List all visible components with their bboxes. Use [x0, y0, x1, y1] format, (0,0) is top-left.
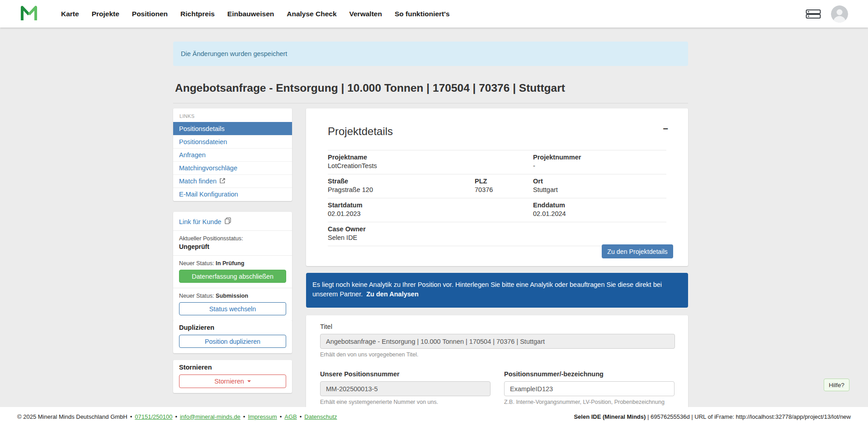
project-row: Case Owner Selen IDE: [328, 222, 666, 246]
sidebar-item-label: Matchingvorschläge: [179, 164, 237, 172]
sidebar-item-label: Positionsdateien: [179, 138, 227, 145]
analytics-info-banner: Es liegt noch keine Analytik zu Ihrer Po…: [306, 273, 688, 308]
server-icon[interactable]: [806, 9, 821, 19]
current-status-value: Ungeprüft: [179, 243, 286, 250]
our-number-column: Unsere Positionsnummer Erhält eine syste…: [320, 370, 491, 405]
footer-session-info: Selen IDE (Mineral Minds) | 69576255536d…: [574, 413, 851, 420]
top-navigation: Karte Projekte Positionen Richtpreis Ein…: [0, 0, 868, 28]
pos-number-help-text: Z.B. Interne-Vorgangsnummer, LV-Position…: [504, 399, 675, 405]
nav-item-so-funktionierts[interactable]: So funktioniert's: [395, 10, 450, 18]
customer-link-row: Link für Kunde: [173, 212, 292, 231]
sidebar-item-label: E-Mail Konfiguration: [179, 191, 238, 198]
our-number-label: Unsere Positionsnummer: [320, 370, 400, 378]
footer-session: | 69576255536d | URL of iFrame: http://l…: [646, 413, 851, 420]
footer-link-agb[interactable]: AGB: [284, 413, 297, 420]
field-value: Pragstraße 120: [328, 186, 475, 193]
sidebar-item-email-konfiguration[interactable]: E-Mail Konfiguration: [173, 187, 292, 201]
pos-number-column: Positionsnummer/-bezeichnung Z.B. Intern…: [504, 370, 675, 405]
pos-number-label: Positionsnummer/-bezeichnung: [504, 370, 604, 378]
collapse-icon[interactable]: −: [663, 124, 668, 134]
footer-link-email[interactable]: info@mineral-minds.de: [180, 413, 241, 420]
sidebar-item-positionsdetails[interactable]: Positionsdetails: [173, 122, 292, 135]
our-number-help-text: Erhält eine systemgenerierte Nummer von …: [320, 399, 491, 405]
field-value: LotCreationTests: [328, 162, 475, 169]
page-title: Angebotsanfrage - Entsorgung | 10.000 To…: [175, 82, 565, 94]
customer-link[interactable]: Link für Kunde: [179, 218, 222, 225]
next-status-2-section: Neuer Status: Submission Status wechseln: [173, 288, 292, 321]
footer-link-impressum[interactable]: Impressum: [248, 413, 277, 420]
sidebar-item-positionsdateien[interactable]: Positionsdateien: [173, 135, 292, 148]
field-label: PLZ: [475, 178, 533, 185]
project-fields: Projektname LotCreationTests Projektnumm…: [328, 150, 666, 246]
sidebar-item-match-finden[interactable]: Match finden: [173, 174, 292, 187]
content-area: Die Änderungen wurden gespeichert Angebo…: [0, 28, 868, 407]
footer-user: Selen IDE (Mineral Minds): [574, 413, 646, 420]
footer-separator: •: [130, 413, 132, 420]
current-status-label: Aktueller Positionsstatus:: [179, 235, 286, 242]
next-status-2-label: Neuer Status: Submission: [179, 293, 286, 299]
go-to-project-details-button[interactable]: Zu den Projektdetails: [602, 244, 673, 258]
field-label: Projektnummer: [533, 154, 666, 161]
duplicate-title: Duplizieren: [179, 324, 286, 331]
footer-separator: •: [280, 413, 282, 420]
nav-item-einbauweisen[interactable]: Einbauweisen: [227, 10, 274, 18]
position-form-card: Titel Erhält den von uns vorgegebenen Ti…: [306, 315, 688, 407]
complete-data-entry-button[interactable]: Datenerfassung abschließen: [179, 270, 286, 283]
footer-link-phone[interactable]: 07151/250100: [135, 413, 172, 420]
next-status-1-label: Neuer Status: In Prüfung: [179, 260, 286, 267]
footer-separator: •: [175, 413, 177, 420]
save-success-alert: Die Änderungen wurden gespeichert: [173, 42, 688, 66]
sidebar-item-label: Positionsdetails: [179, 125, 225, 132]
field-label: Ort: [533, 178, 666, 185]
cancel-dropdown-button[interactable]: Stornieren: [179, 375, 286, 388]
our-number-input: [320, 381, 491, 396]
field-label: Enddatum: [533, 201, 666, 209]
duplicate-position-button[interactable]: Position duplizieren: [179, 335, 286, 348]
project-details-card: Projektdetails − Projektname LotCreation…: [306, 108, 688, 266]
sidebar-links-card: LINKS Positionsdetails Positionsdateien …: [173, 108, 292, 201]
field-label: Startdatum: [328, 201, 475, 209]
nav-item-projekte[interactable]: Projekte: [92, 10, 119, 18]
titel-label: Titel: [320, 323, 332, 330]
footer-separator: •: [243, 413, 245, 420]
field-value: Selen IDE: [328, 234, 475, 241]
field-label: Case Owner: [328, 225, 475, 233]
footer-left: © 2025 Mineral Minds Deutschland GmbH • …: [17, 413, 337, 420]
user-avatar[interactable]: [831, 5, 848, 23]
go-to-analyses-link[interactable]: Zu den Analysen: [366, 290, 418, 298]
field-label: Straße: [328, 178, 475, 185]
nav-item-analyse-check[interactable]: Analyse Check: [287, 10, 336, 18]
next-status-1-section: Neuer Status: In Prüfung Datenerfassung …: [173, 256, 292, 288]
field-value: 02.01.2024: [533, 210, 666, 217]
nav-item-positionen[interactable]: Positionen: [132, 10, 168, 18]
cancel-card: Stornieren Stornieren: [173, 360, 292, 393]
sidebar-item-label: Anfragen: [179, 151, 206, 159]
links-header: LINKS: [173, 108, 292, 122]
nav-right-controls: [806, 0, 848, 28]
project-row: Straße Pragstraße 120 PLZ 70376 Ort Stut…: [328, 174, 666, 198]
sidebar-item-label: Match finden: [179, 178, 217, 185]
copy-icon[interactable]: [225, 217, 231, 226]
field-value: 70376: [475, 186, 533, 193]
status-card: Link für Kunde Aktueller Positionsstatus…: [173, 212, 292, 321]
project-details-title: Projektdetails: [328, 125, 393, 138]
mineral-minds-logo-icon[interactable]: [20, 5, 38, 23]
help-button[interactable]: Hilfe?: [824, 379, 849, 391]
main-menu: Karte Projekte Positionen Richtpreis Ein…: [61, 0, 450, 28]
nav-item-richtpreis[interactable]: Richtpreis: [180, 10, 215, 18]
nav-item-karte[interactable]: Karte: [61, 10, 79, 18]
current-status-section: Aktueller Positionsstatus: Ungeprüft: [173, 231, 292, 256]
titel-input: [320, 334, 675, 349]
sidebar-item-anfragen[interactable]: Anfragen: [173, 148, 292, 161]
pos-number-input[interactable]: [504, 381, 675, 396]
nav-item-verwalten[interactable]: Verwalten: [349, 10, 382, 18]
sidebar-item-matchingvorschlaege[interactable]: Matchingvorschläge: [173, 161, 292, 174]
footer-link-datenschutz[interactable]: Datenschutz: [304, 413, 337, 420]
switch-status-button[interactable]: Status wechseln: [179, 302, 286, 315]
alert-message: Die Änderungen wurden gespeichert: [181, 50, 287, 57]
external-link-icon: [220, 178, 225, 185]
project-row: Startdatum 02.01.2023 Enddatum 02.01.202…: [328, 198, 666, 222]
duplicate-card: Duplizieren Position duplizieren: [173, 320, 292, 353]
footer: © 2025 Mineral Minds Deutschland GmbH • …: [0, 407, 868, 426]
cancel-title: Stornieren: [179, 364, 286, 371]
